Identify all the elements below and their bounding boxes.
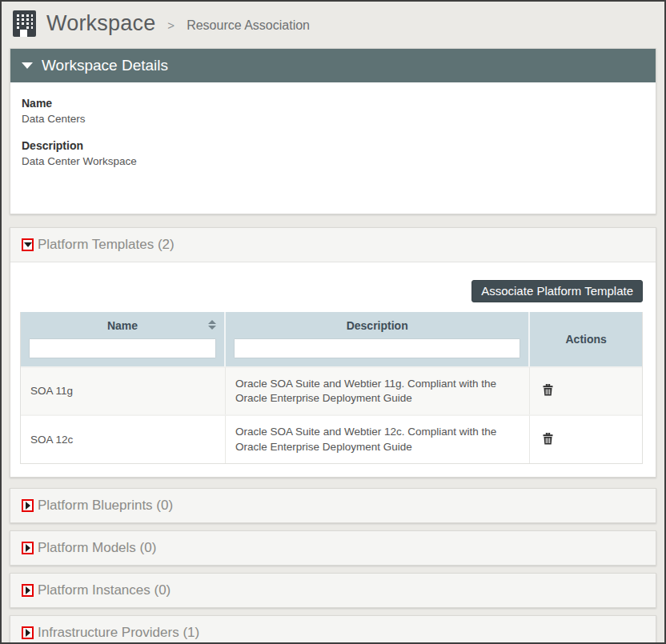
- description-column-label: Description: [347, 319, 408, 332]
- trash-icon: [543, 433, 553, 445]
- row-actions: [530, 414, 642, 462]
- workspace-details-title: Workspace Details: [42, 57, 168, 74]
- associate-platform-template-button[interactable]: Associate Platform Template: [471, 280, 643, 302]
- table-row: SOA 11g Oracle SOA Suite and Webtier 11g…: [21, 366, 642, 414]
- app-header: Workspace > Resource Association: [2, 2, 664, 44]
- column-header-description: Description: [226, 312, 530, 366]
- name-label: Name: [22, 97, 644, 110]
- platform-templates-title: Platform Templates (2): [38, 237, 175, 253]
- page-title: Workspace: [46, 11, 155, 36]
- workspace-details-panel: Workspace Details Name Data Centers Desc…: [10, 48, 656, 214]
- description-label: Description: [22, 139, 644, 152]
- table-row: SOA 12c Oracle SOA Suite and Webtier 12c…: [21, 414, 642, 462]
- platform-models-header[interactable]: Platform Models (0): [10, 531, 656, 565]
- infrastructure-providers-header[interactable]: Infrastructure Providers (1): [10, 616, 656, 644]
- building-icon: [13, 10, 36, 37]
- workspace-details-header[interactable]: Workspace Details: [10, 49, 656, 82]
- caret-down-icon: [22, 62, 33, 69]
- annotation-highlight-box: [22, 499, 34, 512]
- description-filter-input[interactable]: [234, 338, 520, 358]
- platform-templates-header[interactable]: Platform Templates (2): [10, 228, 656, 262]
- description-field: Description Data Center Workspace: [22, 139, 644, 167]
- name-value: Data Centers: [22, 113, 644, 125]
- platform-templates-table: Name Description Actions: [20, 312, 643, 464]
- column-header-actions: Actions: [530, 312, 642, 366]
- description-value: Data Center Workspace: [22, 155, 644, 167]
- caret-right-icon: [26, 502, 30, 510]
- platform-templates-content: Associate Platform Template Name: [10, 262, 656, 477]
- name-column-label: Name: [107, 319, 138, 332]
- platform-templates-panel: Platform Templates (2) Associate Platfor…: [10, 227, 656, 478]
- delete-button[interactable]: [540, 382, 556, 400]
- caret-down-icon: [24, 242, 32, 247]
- workspace-details-body: Name Data Centers Description Data Cente…: [10, 82, 656, 214]
- delete-button[interactable]: [540, 431, 556, 449]
- annotation-highlight-box: [22, 584, 34, 597]
- row-actions: [530, 366, 642, 414]
- platform-blueprints-title: Platform Blueprints (0): [38, 498, 173, 514]
- row-description: Oracle SOA Suite and Webtier 12c. Compli…: [226, 414, 530, 462]
- platform-instances-header[interactable]: Platform Instances (0): [10, 574, 656, 607]
- trash-icon: [543, 384, 553, 396]
- caret-right-icon: [26, 586, 30, 594]
- caret-right-icon: [26, 629, 30, 637]
- name-filter-input[interactable]: [29, 338, 216, 358]
- row-description: Oracle SOA Suite and Webtier 11g. Compli…: [226, 366, 530, 414]
- column-header-name[interactable]: Name: [21, 312, 226, 366]
- name-field: Name Data Centers: [22, 97, 644, 125]
- annotation-highlight-box: [22, 238, 34, 251]
- platform-models-title: Platform Models (0): [38, 540, 156, 556]
- platform-models-panel: Platform Models (0): [10, 530, 656, 566]
- platform-blueprints-header[interactable]: Platform Blueprints (0): [10, 489, 656, 522]
- infrastructure-providers-title: Infrastructure Providers (1): [38, 625, 199, 641]
- platform-blueprints-panel: Platform Blueprints (0): [10, 488, 656, 523]
- platform-instances-title: Platform Instances (0): [38, 582, 171, 598]
- row-name: SOA 11g: [21, 366, 226, 414]
- breadcrumb-separator: >: [167, 18, 175, 32]
- infrastructure-providers-panel: Infrastructure Providers (1): [10, 615, 656, 644]
- sort-icon[interactable]: [208, 320, 216, 330]
- annotation-highlight-box: [22, 542, 34, 554]
- caret-right-icon: [26, 544, 30, 552]
- annotation-highlight-box: [22, 626, 34, 639]
- breadcrumb: Resource Association: [187, 18, 310, 33]
- platform-instances-panel: Platform Instances (0): [10, 573, 656, 608]
- row-name: SOA 12c: [21, 414, 226, 462]
